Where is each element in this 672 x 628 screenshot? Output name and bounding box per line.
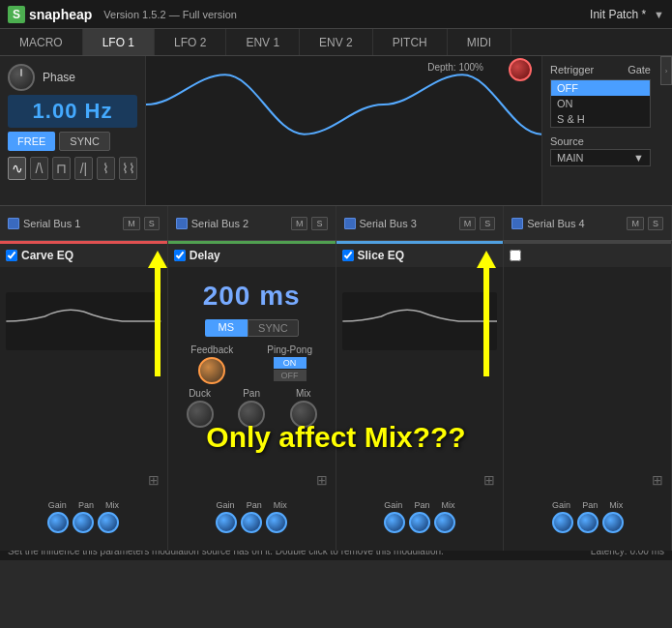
serial-bus-4-s-btn[interactable]: S — [648, 217, 663, 230]
channel-4-gain-knob[interactable] — [552, 512, 573, 533]
wave-square-btn[interactable]: ⊓ — [52, 157, 71, 180]
serial-bus-4-checkbox[interactable] — [511, 218, 523, 229]
pingpong-on-btn[interactable]: ON — [274, 357, 307, 369]
channel-1-pan-knob[interactable] — [73, 512, 94, 533]
slice-header: Slice EQ — [336, 244, 504, 267]
slice-enable-checkbox[interactable] — [342, 250, 354, 261]
source-value: MAIN — [557, 152, 584, 164]
feedback-label: Feedback — [190, 344, 233, 355]
channel-4-route-icon[interactable]: ⊞ — [648, 470, 667, 490]
wave-sine-btn[interactable]: ∿ — [8, 157, 26, 180]
channel-3-pan-knob[interactable] — [409, 512, 430, 533]
channel-1-mix-knob[interactable] — [98, 512, 119, 533]
free-button[interactable]: FREE — [8, 132, 55, 151]
pingpong-label: Ping-Pong — [267, 344, 312, 355]
channel-2-gain-knob[interactable] — [216, 512, 237, 533]
gate-label: Gate — [628, 64, 651, 75]
tab-macro[interactable]: MACRO — [0, 29, 83, 55]
delay-time-display[interactable]: 200 ms — [174, 281, 330, 312]
tab-midi[interactable]: MIDI — [448, 29, 511, 55]
tab-env2[interactable]: ENV 2 — [300, 29, 373, 55]
retrigger-off[interactable]: OFF — [551, 80, 650, 96]
empty-enable-checkbox[interactable] — [510, 250, 521, 261]
frequency-display[interactable]: 1.00 Hz — [8, 95, 137, 128]
slice-eq-graph[interactable] — [342, 292, 498, 350]
phase-row: Phase — [8, 64, 137, 91]
serial-bus-1-checkbox[interactable] — [8, 218, 19, 229]
depth-knob[interactable] — [509, 58, 532, 81]
channel-4-gain-label: Gain — [552, 500, 570, 510]
wave-noise1-btn[interactable]: ⌇ — [97, 157, 115, 180]
patch-dropdown-icon[interactable]: ▼ — [654, 9, 664, 20]
pingpong-toggle: ON OFF — [274, 357, 307, 381]
serial-bus-1-s-btn[interactable]: S — [144, 217, 160, 230]
channel-4-mix-knob[interactable] — [602, 512, 624, 533]
feedback-pingpong-row: Feedback Ping-Pong ON OFF — [174, 344, 330, 384]
channel-2-route-icon[interactable]: ⊞ — [312, 470, 332, 490]
mix-label: Mix — [296, 388, 311, 399]
retrigger-sh[interactable]: S & H — [551, 111, 650, 127]
sync-button[interactable]: SYNC — [59, 132, 110, 151]
channel-4-pan-knob[interactable] — [577, 512, 599, 533]
phase-knob[interactable] — [8, 64, 35, 91]
mix-knob[interactable] — [290, 401, 317, 428]
channel-2-mix-label: Mix — [274, 500, 287, 510]
tab-lfo2[interactable]: LFO 2 — [155, 29, 226, 55]
retrigger-panel: Retrigger Gate OFF ON S & H Source MAIN … — [542, 56, 658, 205]
serial-bus-2-checkbox[interactable] — [176, 218, 188, 229]
serial-bus-1-m-btn[interactable]: M — [123, 217, 140, 230]
delay-enable-checkbox[interactable] — [174, 250, 186, 261]
free-sync-buttons: FREE SYNC — [8, 132, 137, 151]
channel-3-knobs — [384, 512, 455, 533]
source-select[interactable]: MAIN ▼ — [550, 149, 651, 166]
carve-enable-checkbox[interactable] — [6, 250, 17, 261]
channel-3-mix-knob[interactable] — [434, 512, 455, 533]
feedback-knob[interactable] — [198, 357, 225, 384]
delay-sync-button[interactable]: SYNC — [248, 319, 299, 337]
channel-2-pan-label: Pan — [247, 500, 262, 510]
serial-bus-4-name: Serial Bus 4 — [527, 218, 623, 229]
wave-noise2-btn[interactable]: ⌇⌇ — [119, 157, 137, 180]
tab-bar: MACRO LFO 1 LFO 2 ENV 1 ENV 2 PITCH MIDI — [0, 29, 672, 56]
serial-bus-1-name: Serial Bus 1 — [23, 218, 119, 229]
serial-bus-row: Serial Bus 1 M S Serial Bus 2 M S Serial… — [0, 206, 672, 241]
empty-header — [504, 244, 671, 267]
source-label: Source — [550, 135, 651, 147]
delay-ms-button[interactable]: MS — [205, 319, 248, 337]
channel-1-slot: ⊞ Gain Pan Mix — [0, 464, 168, 541]
serial-bus-2-s-btn[interactable]: S — [311, 217, 327, 230]
app-header: S snapheap Version 1.5.2 — Full version … — [0, 0, 672, 29]
carve-eq-graph[interactable] — [6, 292, 161, 350]
serial-bus-3-checkbox[interactable] — [344, 218, 356, 229]
channel-3-route-icon[interactable]: ⊞ — [480, 470, 499, 490]
retrigger-options: OFF ON S & H — [550, 79, 651, 128]
tab-pitch[interactable]: PITCH — [373, 29, 448, 55]
pan-knob[interactable] — [238, 401, 265, 428]
channel-1-route-icon[interactable]: ⊞ — [144, 470, 163, 490]
retrigger-title: Retrigger — [550, 64, 594, 75]
carve-plugin-name: Carve EQ — [21, 249, 73, 262]
pingpong-off-btn[interactable]: OFF — [274, 370, 307, 381]
wave-saw-btn[interactable]: /| — [74, 157, 93, 180]
patch-name[interactable]: Init Patch * — [590, 8, 646, 21]
serial-bus-3-m-btn[interactable]: M — [459, 217, 477, 230]
serial-bus-3-s-btn[interactable]: S — [480, 217, 495, 230]
channel-2-pan-knob[interactable] — [241, 512, 262, 533]
retrigger-on[interactable]: ON — [551, 96, 650, 111]
delay-header: Delay — [168, 244, 336, 267]
channel-1-pan-label: Pan — [78, 500, 94, 510]
channel-2-mix-knob[interactable] — [266, 512, 287, 533]
tab-lfo1[interactable]: LFO 1 — [83, 29, 155, 55]
retrigger-collapse-button[interactable]: › — [660, 56, 672, 85]
duck-knob[interactable] — [187, 401, 214, 428]
tab-env1[interactable]: ENV 1 — [226, 29, 300, 55]
mix-col: Mix — [290, 388, 317, 428]
delay-knobs-row: Duck Pan Mix — [174, 388, 330, 428]
channel-1-mix-label: Mix — [105, 500, 119, 510]
channel-1-gain-knob[interactable] — [47, 512, 69, 533]
wave-triangle-btn[interactable]: /\ — [30, 157, 48, 180]
pan-col: Pan — [238, 388, 265, 428]
serial-bus-4-m-btn[interactable]: M — [627, 217, 644, 230]
channel-3-gain-knob[interactable] — [384, 512, 405, 533]
serial-bus-2-m-btn[interactable]: M — [291, 217, 308, 230]
